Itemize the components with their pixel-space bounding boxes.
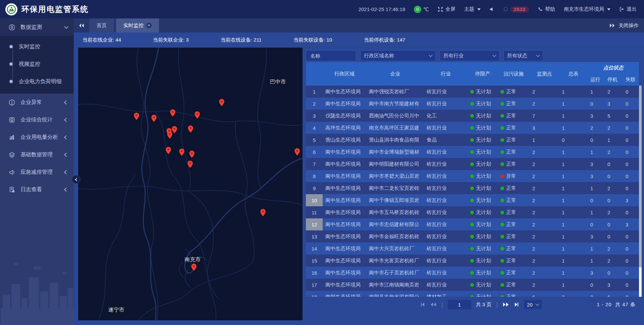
help-button[interactable]: 帮助 [538,6,555,12]
table-row[interactable]: 14阆中生态环境局阆中大兴页岩机砖厂砖瓦行业无计划正常21120 [306,242,639,255]
prev-page-button[interactable] [430,302,437,307]
sidebar-subitem[interactable]: 实时监控 [0,38,74,55]
map-pin[interactable] [189,151,195,158]
last-page-button[interactable] [514,302,519,307]
table-row[interactable]: 17阆中生态环境局阆中市江南镇阆南页岩砖瓦行业无计划正常21030 [306,279,639,291]
scrollbar-thumb[interactable] [639,86,642,267]
cell-run: 0 [588,222,605,227]
cell-facility-status: 正常 [498,113,530,119]
table-row[interactable]: 12阆中生态环境局阆中市忠信建材有限公砖瓦行业无计划正常21003 [306,218,639,230]
table-row[interactable]: 13阆中生态环境局阆中市金福旺页岩机砖砖瓦行业无计划正常21300 [306,230,639,242]
cell-facility-status: 正常 [498,246,530,252]
table-row[interactable]: 1阆中生态环境局阆中强锐页岩砖厂砖瓦行业无计划正常21120 [306,86,639,98]
tab-home[interactable]: 首页 [89,18,114,33]
sidebar-item-6[interactable]: 日志查看 [0,181,74,198]
table-row[interactable]: 3仪陇生态环境局西南油气田分公司川中化工无计划正常71350 [306,110,639,122]
stat-item: 当前在线企业: 44 [83,37,121,43]
industry-filter-select[interactable]: 所有行业 [440,50,499,61]
table-row[interactable]: 9阆中生态环境局阆中市二龙长宝页岩砖砖瓦行业无计划正常21120 [306,182,639,194]
table-row[interactable]: 16阆中生态环境局阆中市石子页岩机砖厂砖瓦行业无计划正常21300 [306,267,639,279]
sidebar-item-4[interactable]: 基础数据管理 [0,146,74,163]
status-filter-select[interactable]: 所有状态 [503,50,543,61]
region-filter-select[interactable]: 行政区域名称 [360,50,436,61]
cell-halt: 3 [605,101,623,107]
map-pin[interactable] [167,131,172,139]
map-pin[interactable] [165,147,171,154]
map-pin[interactable] [195,111,200,119]
table-row[interactable]: 18南部生态环境局南部县兆华水泥有限公建材加工无计划正常62060 [306,291,639,297]
sidebar-item-label: 数据监测 [20,24,59,31]
first-page-button[interactable] [420,302,425,307]
table-row[interactable]: 15阆中生态环境局阆中市光富页岩机砖厂砖瓦行业无计划正常21120 [306,255,639,267]
org-dropdown[interactable]: 南充市生态环境局 [564,6,610,12]
map-pin[interactable] [187,161,193,168]
page-number-input[interactable] [448,300,471,309]
map-pin[interactable] [188,125,194,133]
next-page-button[interactable] [502,302,509,307]
brand: 环保用电监管系统 [0,3,89,15]
sidebar-subitem[interactable]: 视频监控 [0,55,74,73]
sidebar-collapse-handle[interactable] [72,175,80,184]
sidebar-item-5[interactable]: 应急减排管理 [0,163,74,181]
status-dot-green [500,211,504,214]
table-scrollbar[interactable] [639,86,642,297]
map-pin[interactable] [170,109,176,117]
cell-facility-status: 正常 [498,282,530,288]
fullscreen-label: 全屏 [445,6,455,12]
chevron-left-icon [64,170,68,174]
map-pin[interactable] [219,99,225,106]
page-size-select[interactable]: 20 [524,300,542,309]
cell-lost: 0 [623,137,639,143]
tab-close-icon[interactable]: ✕ [146,23,152,28]
theme-dropdown[interactable]: 主题 [464,6,481,12]
table-row[interactable]: 7阆中生态环境局阆中明阳建材有限公司砖瓦行业无计划正常21300 [306,158,639,170]
sidebar-item-label: 基础数据管理 [20,151,59,158]
cell-halt: 2 [605,246,623,252]
name-filter-input[interactable] [310,53,353,59]
fullscreen-button[interactable]: 全屏 [438,6,455,12]
sidebar-item-2[interactable]: 企业综合统计 [0,111,74,128]
table-row[interactable]: 6阆中生态环境局阆中市金博瑞新型墙材砖瓦行业无计划正常21120 [306,146,639,158]
map-pin[interactable] [294,148,300,156]
notification-bell[interactable]: 2632 [503,6,529,12]
stat-item: 当前在线设备: 211 [221,37,262,43]
name-filter[interactable] [306,50,356,61]
cell-lost: 0 [623,210,639,215]
sidebar-subitem-label: 企业电力负荷明细 [19,78,62,85]
map-pin[interactable] [151,115,157,122]
cell-meters: 1 [559,161,588,167]
cell-halt: 0 [605,173,623,179]
filter-bar: 行政区域名称 所有行业 所有状态 [306,50,543,61]
map-pin[interactable] [191,264,197,271]
map-pin[interactable] [260,209,266,216]
sidebar-subitem[interactable]: 企业电力负荷明细 [0,73,74,90]
table-row[interactable]: 2阆中生态环境局阆中市南方节能建材有砖瓦行业无计划正常21030 [306,98,639,110]
map-panel[interactable]: 巴中市南充市遂宁市 [78,48,303,320]
close-operations-button[interactable]: 关闭操作 [609,18,644,33]
sidebar-item-0[interactable]: 数据监测 [0,18,74,36]
table-row[interactable]: 11阆中生态环境局阆中市五马桥页岩机砖砖瓦行业无计划正常21120 [306,206,639,218]
cell-company: 阆中千佛镇五郎垭页岩 [366,197,424,204]
table-row[interactable]: 10阆中生态环境局阆中千佛镇五郎垭页岩砖瓦行业无计划正常21003 [306,194,639,206]
table-row[interactable]: 4高坪生态环境局南充市高坪区王家店建砖瓦行业无计划正常31220 [306,122,639,134]
mute-button[interactable] [489,7,494,12]
cell-region: 营山生态环境局 [323,137,366,143]
cell-facility-status: 正常 [498,89,530,95]
sidebar-item-1[interactable]: 企业异常 [0,94,74,111]
cell-region: 阆中生态环境局 [323,246,366,252]
tabs-scroll-left-button[interactable] [74,18,89,33]
sidebar-item-3[interactable]: 企业用电量分析 [0,128,74,146]
col-run: 运行 [588,74,605,86]
bell-icon [503,7,508,12]
status-dot-green [500,102,504,106]
logout-button[interactable]: 退出 [619,6,637,12]
map-pin[interactable] [179,149,185,156]
table-row[interactable]: 5营山生态环境局营山县润丰肉食品有限食品无计划正常10010 [306,134,639,146]
table-row[interactable]: 8阆中生态环境局阆中市枣碧大梁山页岩砖瓦行业无计划异常21300 [306,170,639,182]
cell-stop-status: 无计划 [468,233,498,240]
cell-meters: 1 [559,270,588,276]
status-dot-green [470,247,474,251]
status-dot-green [500,138,504,142]
map-pin[interactable] [133,113,139,120]
tab-realtime-monitor[interactable]: 实时监控 ✕ [116,18,159,33]
